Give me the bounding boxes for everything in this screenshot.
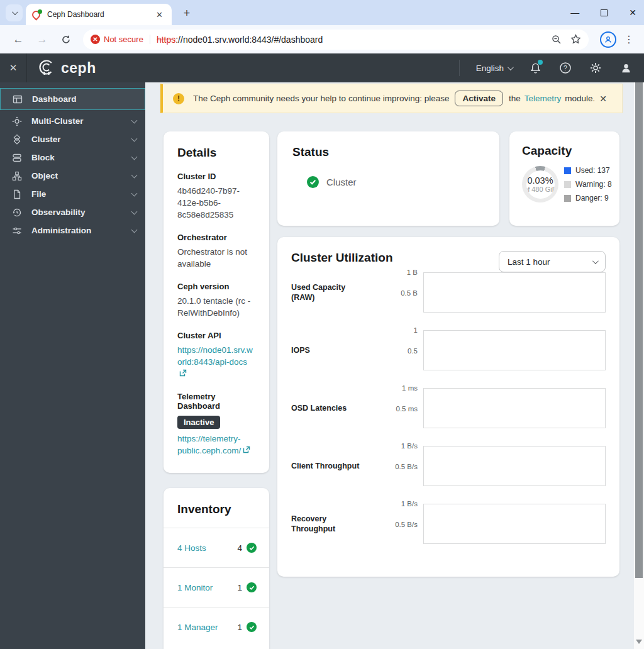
capacity-legend: Used: 137 Warning: 8 Danger: 9 — [564, 166, 612, 202]
osd-latencies-chart[interactable] — [423, 388, 606, 428]
scrollbar-thumb[interactable] — [635, 82, 643, 578]
sidebar-item-observability[interactable]: Observability — [0, 203, 145, 221]
cluster-utilization-card: Cluster Utilization Last 1 hour Used Cap… — [277, 237, 619, 577]
details-title: Details — [177, 146, 257, 160]
cluster-api-link[interactable]: https://node01.srv.world:8443/api-docs — [177, 344, 257, 380]
time-range-dropdown[interactable]: Last 1 hour — [499, 251, 606, 272]
browser-profile-button[interactable] — [600, 31, 616, 48]
block-icon — [11, 153, 22, 163]
telemetry-link[interactable]: Telemetry — [525, 94, 562, 103]
capacity-title: Capacity — [522, 144, 619, 158]
ceph-brand: ceph — [37, 58, 96, 77]
utilization-title: Cluster Utilization — [291, 251, 393, 265]
main-content: ! The Ceph community needs your help to … — [145, 82, 634, 649]
orchestrator-value: Orchestrator is not available — [177, 246, 257, 270]
banner-text-before: The Ceph community needs your help to co… — [193, 94, 449, 103]
iops-chart[interactable] — [423, 330, 606, 370]
url-bar[interactable]: ✕ Not secure https://node01.srv.world:84… — [83, 30, 589, 50]
browser-tab[interactable]: Ceph Dashboard ✕ — [26, 4, 172, 25]
svg-text:?: ? — [564, 64, 567, 72]
external-link-icon — [243, 445, 250, 457]
inventory-row-managers: 1 Manager 1 — [164, 607, 269, 646]
reload-button[interactable] — [57, 30, 75, 49]
warning-icon: ! — [173, 93, 184, 104]
inventory-row-monitors: 1 Monitor 1 — [164, 567, 269, 607]
observability-icon — [11, 208, 22, 218]
ok-check-icon — [247, 582, 257, 592]
user-menu-button[interactable] — [619, 61, 633, 75]
danger-icon: ✕ — [91, 35, 100, 44]
chart-row-recovery-throughput: Recovery Throughput 1 B/s0.5 B/s — [291, 504, 606, 544]
language-dropdown[interactable]: English — [476, 64, 512, 73]
banner-close-icon[interactable]: ✕ — [594, 91, 612, 106]
sidebar-item-dashboard[interactable]: Dashboard — [0, 88, 145, 110]
sidebar-item-object[interactable]: Object — [0, 167, 145, 185]
url-text: https://node01.srv.world:8443/#/dashboar… — [157, 35, 552, 45]
zoom-out-icon[interactable] — [552, 35, 562, 45]
cluster-status-row[interactable]: Cluster — [307, 176, 484, 188]
reload-icon — [61, 35, 71, 45]
back-button[interactable]: ← — [9, 30, 28, 49]
capacity-gauge: 0.03% of 480 GiB — [522, 166, 558, 202]
chevron-down-icon — [592, 258, 599, 264]
settings-button[interactable] — [589, 61, 602, 75]
managers-link[interactable]: 1 Manager — [177, 623, 218, 632]
bookmark-star-icon[interactable] — [570, 34, 581, 45]
help-button[interactable]: ? — [558, 61, 572, 75]
capacity-total: of 480 GiB — [526, 186, 555, 193]
sidebar-item-multi-cluster[interactable]: Multi-Cluster — [0, 112, 145, 130]
browser-titlebar: Ceph Dashboard ✕ + — ✕ — [0, 0, 644, 25]
new-tab-button[interactable]: + — [179, 5, 195, 21]
telemetry-banner: ! The Ceph community needs your help to … — [160, 84, 623, 113]
client-throughput-chart[interactable] — [423, 446, 606, 486]
used-capacity-chart[interactable] — [423, 272, 606, 313]
cluster-icon — [11, 135, 22, 145]
chevron-down-icon — [131, 117, 138, 123]
recovery-throughput-chart[interactable] — [423, 504, 606, 544]
window-minimize-button[interactable]: — — [570, 8, 579, 17]
forward-button[interactable]: → — [33, 30, 52, 49]
banner-text-middle: the — [509, 94, 521, 103]
warning-swatch — [564, 181, 571, 188]
details-card: Details Cluster ID 4b46d240-7b97-412e-b5… — [164, 131, 269, 473]
hosts-link[interactable]: 4 Hosts — [177, 543, 206, 553]
cluster-id-value: 4b46d240-7b97-412e-b5b6-8c58e8d25835 — [177, 185, 257, 221]
dashboard-icon — [12, 94, 23, 104]
monitors-link[interactable]: 1 Monitor — [177, 583, 213, 592]
inventory-title: Inventory — [164, 488, 269, 528]
sidebar-item-cluster[interactable]: Cluster — [0, 130, 145, 148]
capacity-percent: 0.03% — [527, 175, 553, 186]
chevron-down-icon — [131, 208, 138, 214]
chevron-down-icon — [131, 226, 138, 233]
chart-row-used-capacity: Used Capacity (RAW) 1 B0.5 B — [291, 272, 606, 313]
sidebar-item-block[interactable]: Block — [0, 148, 145, 167]
banner-text-after: module. — [565, 94, 594, 103]
activate-button[interactable]: Activate — [455, 91, 503, 106]
scroll-down-arrow-icon[interactable] — [636, 640, 642, 644]
navbar-divider — [459, 60, 460, 76]
chevron-down-icon — [12, 9, 18, 15]
browser-menu-button[interactable]: ⋮ — [624, 33, 634, 45]
tab-close-icon[interactable]: ✕ — [153, 9, 165, 21]
telemetry-status-badge: Inactive — [177, 416, 220, 429]
ok-check-icon — [247, 543, 257, 553]
chart-row-iops: IOPS 10.5 — [291, 330, 606, 370]
window-close-button[interactable]: ✕ — [629, 8, 636, 17]
sidebar-item-administration[interactable]: Administration — [0, 221, 145, 240]
notifications-button[interactable] — [528, 61, 542, 75]
capacity-card: Capacity 0.03% of 480 GiB Used: 137 Warn — [509, 131, 619, 226]
not-secure-badge[interactable]: ✕ Not secure — [91, 35, 150, 44]
chevron-down-icon — [508, 64, 514, 70]
page-scrollbar[interactable] — [634, 82, 644, 649]
sidebar-toggle-button[interactable]: ✕ — [0, 53, 27, 82]
sidebar-item-file[interactable]: File — [0, 185, 145, 203]
chevron-down-icon — [131, 153, 138, 160]
ceph-version-value: 20.1.0 tentacle (rc - RelWithDebInfo) — [177, 295, 257, 319]
ok-check-icon — [247, 622, 257, 632]
ceph-favicon-icon — [32, 9, 42, 19]
external-link-icon — [179, 368, 187, 380]
tab-search-button[interactable] — [6, 4, 23, 21]
window-maximize-button[interactable] — [601, 9, 608, 16]
danger-swatch — [564, 195, 571, 202]
telemetry-public-link[interactable]: https://telemetry-public.ceph.com/ — [177, 433, 257, 457]
